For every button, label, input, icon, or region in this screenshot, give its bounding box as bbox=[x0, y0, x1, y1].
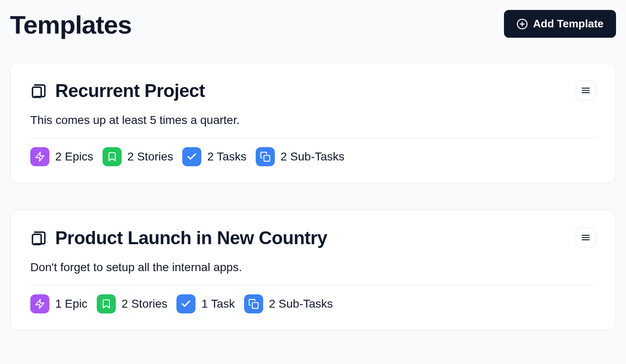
divider bbox=[30, 285, 596, 285]
epic-icon bbox=[30, 294, 49, 313]
template-icon bbox=[30, 82, 48, 99]
templates-list: Recurrent Project This comes up at least… bbox=[10, 63, 616, 330]
template-card: Product Launch in New Country Don't forg… bbox=[10, 210, 616, 330]
menu-icon bbox=[580, 232, 591, 243]
template-title: Product Launch in New Country bbox=[55, 228, 327, 248]
svg-rect-14 bbox=[252, 303, 258, 308]
stat-stories-label: 2 Stories bbox=[127, 150, 174, 163]
stat-tasks-label: 1 Task bbox=[201, 297, 235, 311]
svg-rect-9 bbox=[32, 234, 41, 245]
svg-marker-13 bbox=[36, 299, 44, 308]
stat-epics: 1 Epic bbox=[30, 294, 88, 313]
template-description: This comes up at least 5 times a quarter… bbox=[30, 114, 596, 127]
template-card-header: Recurrent Project bbox=[30, 80, 596, 101]
template-stats: 1 Epic 2 Stories 1 Task 2 Sub-Tasks bbox=[30, 294, 596, 313]
plus-circle-icon bbox=[516, 18, 528, 30]
task-icon bbox=[176, 294, 196, 313]
template-icon bbox=[30, 229, 48, 247]
template-stats: 2 Epics 2 Stories 2 Tasks 2 Sub-Tasks bbox=[30, 147, 596, 166]
stat-epics: 2 Epics bbox=[30, 147, 93, 166]
svg-marker-7 bbox=[36, 152, 44, 161]
stat-stories-label: 2 Stories bbox=[122, 297, 168, 311]
add-template-label: Add Template bbox=[533, 17, 604, 30]
stat-tasks-label: 2 Tasks bbox=[207, 150, 246, 163]
svg-rect-8 bbox=[264, 155, 270, 161]
template-menu-button[interactable] bbox=[576, 80, 596, 100]
stat-subtasks: 2 Sub-Tasks bbox=[256, 147, 345, 166]
template-title-wrap: Recurrent Project bbox=[30, 80, 205, 101]
stat-tasks: 1 Task bbox=[176, 294, 235, 313]
stat-stories: 2 Stories bbox=[97, 294, 168, 313]
epic-icon bbox=[30, 147, 49, 166]
story-icon bbox=[97, 294, 116, 313]
divider bbox=[30, 138, 596, 138]
page-header: Templates Add Template bbox=[10, 10, 616, 39]
story-icon bbox=[103, 147, 122, 166]
stat-subtasks-label: 2 Sub-Tasks bbox=[269, 297, 333, 311]
stat-stories: 2 Stories bbox=[103, 147, 174, 166]
subtask-icon bbox=[244, 294, 263, 313]
stat-subtasks-label: 2 Sub-Tasks bbox=[281, 150, 345, 163]
stat-epics-label: 2 Epics bbox=[55, 150, 93, 163]
add-template-button[interactable]: Add Template bbox=[504, 10, 616, 38]
template-card-header: Product Launch in New Country bbox=[30, 228, 596, 248]
template-description: Don't forget to setup all the internal a… bbox=[30, 261, 596, 274]
template-title: Recurrent Project bbox=[55, 80, 205, 101]
svg-rect-3 bbox=[32, 87, 41, 97]
stat-epics-label: 1 Epic bbox=[55, 297, 88, 311]
menu-icon bbox=[580, 85, 591, 96]
page-title: Templates bbox=[10, 10, 132, 39]
template-card: Recurrent Project This comes up at least… bbox=[10, 63, 616, 183]
template-menu-button[interactable] bbox=[576, 228, 596, 248]
task-icon bbox=[182, 147, 201, 166]
stat-tasks: 2 Tasks bbox=[182, 147, 246, 166]
template-title-wrap: Product Launch in New Country bbox=[30, 228, 327, 248]
stat-subtasks: 2 Sub-Tasks bbox=[244, 294, 333, 313]
subtask-icon bbox=[256, 147, 275, 166]
